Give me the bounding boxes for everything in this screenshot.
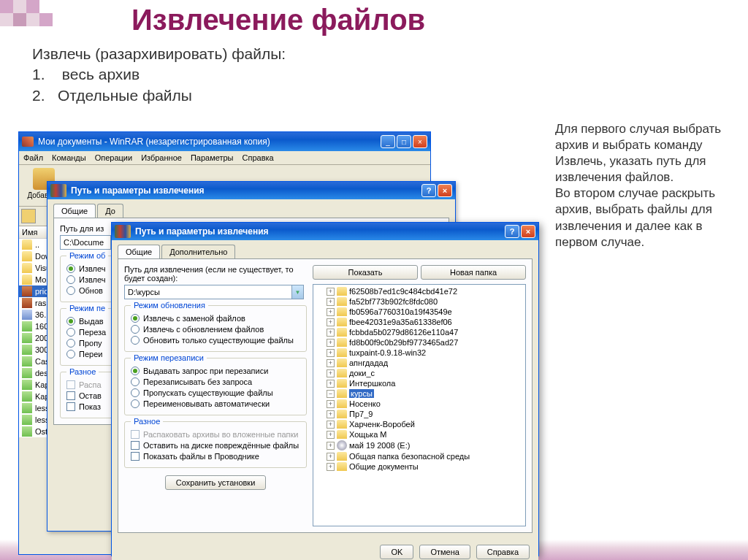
check-misc-1[interactable]: [131, 430, 140, 439]
tab-general[interactable]: Общие: [118, 245, 160, 258]
radio-ow-4[interactable]: [66, 350, 75, 358]
radio-ow-3[interactable]: [66, 339, 75, 348]
radio-ow-2[interactable]: [66, 328, 75, 337]
folder-icon: [337, 452, 347, 461]
expander-icon[interactable]: +: [327, 431, 335, 439]
radio-ow-1[interactable]: [66, 317, 75, 326]
menu-favorites[interactable]: Избранное: [141, 153, 182, 162]
tree-item[interactable]: +Носенко: [315, 399, 524, 409]
img-icon: [22, 391, 32, 402]
ok-button[interactable]: OK: [380, 545, 413, 559]
tree-item[interactable]: +fd8b00f9c0b29bf9773465ad27: [315, 337, 524, 348]
new-folder-button[interactable]: Новая папка: [421, 265, 526, 280]
expander-icon[interactable]: +: [327, 308, 335, 316]
tree-item[interactable]: +tuxpaint-0.9.18-win32: [315, 348, 524, 358]
explanation-text: Для первого случая выбрать архив и выбра…: [555, 121, 741, 250]
tab-advanced[interactable]: До: [97, 204, 123, 218]
tree-item[interactable]: +fbee42031e9a35a61338ef06: [315, 317, 524, 327]
help-button[interactable]: ?: [505, 225, 519, 238]
expander-icon[interactable]: +: [327, 380, 335, 388]
expander-icon[interactable]: +: [327, 410, 335, 418]
tree-label: апнгдадад: [349, 358, 388, 367]
tree-item[interactable]: +Пр7_9: [315, 409, 524, 419]
tree-item[interactable]: +Общие документы: [315, 461, 524, 472]
menu-operations[interactable]: Операции: [95, 153, 132, 162]
expander-icon[interactable]: +: [327, 453, 335, 461]
radio-ow-4[interactable]: [131, 399, 140, 408]
tree-item[interactable]: +доки_с: [315, 368, 524, 378]
close-button[interactable]: ×: [521, 225, 535, 238]
check-misc-2[interactable]: [131, 441, 140, 450]
tree-item[interactable]: +Интершкола: [315, 378, 524, 388]
radio-ow-3[interactable]: [131, 388, 140, 397]
slide-title: Извлечение файлов: [131, 4, 425, 37]
tree-label: Носенко: [349, 399, 381, 408]
tree-item[interactable]: +fa52bf773b902fc8fdc080: [315, 296, 524, 307]
winrar-titlebar[interactable]: Мои документы - WinRAR (незарегистрирова…: [19, 132, 430, 151]
expander-icon[interactable]: +: [327, 463, 335, 471]
img-icon: [22, 321, 32, 331]
expander-icon[interactable]: +: [327, 288, 335, 296]
maximize-button[interactable]: □: [397, 135, 411, 148]
menu-help[interactable]: Справка: [243, 153, 274, 162]
save-settings-button[interactable]: Сохранить установки: [165, 475, 267, 490]
close-button[interactable]: ×: [438, 184, 452, 197]
tree-item[interactable]: +Хощька М: [315, 429, 524, 440]
expander-icon[interactable]: +: [327, 442, 335, 450]
help-button[interactable]: Справка: [476, 545, 530, 559]
menu-commands[interactable]: Команды: [52, 153, 86, 162]
check-misc-3[interactable]: [66, 402, 75, 411]
menu-options[interactable]: Параметры: [191, 153, 234, 162]
radio-upd-1[interactable]: [131, 314, 140, 323]
radio-upd-3[interactable]: [66, 286, 75, 295]
expander-icon[interactable]: +: [327, 339, 335, 347]
tree-item[interactable]: +Харченк-Воробей: [315, 419, 524, 429]
dialog-titlebar[interactable]: Путь и параметры извлечения ? ×: [112, 223, 538, 240]
check-misc-2[interactable]: [66, 391, 75, 400]
folder-icon: [337, 287, 347, 296]
show-button[interactable]: Показать: [313, 265, 418, 280]
expander-icon[interactable]: −: [327, 390, 335, 398]
tree-item[interactable]: +май 19 2008 (E:): [315, 440, 524, 451]
up-button[interactable]: [21, 209, 36, 223]
path-dropdown[interactable]: ▼: [292, 285, 304, 299]
tree-item[interactable]: +апнгдадад: [315, 358, 524, 368]
expander-icon[interactable]: +: [327, 359, 335, 367]
radio-upd-2[interactable]: [131, 325, 140, 334]
radio-ow-1[interactable]: [131, 367, 140, 375]
path-input[interactable]: [60, 235, 111, 250]
expander-icon[interactable]: +: [327, 421, 335, 429]
img-icon: [22, 356, 32, 367]
expander-icon[interactable]: +: [327, 329, 335, 337]
tree-item[interactable]: −курсы: [315, 388, 524, 399]
expander-icon[interactable]: +: [327, 318, 335, 326]
tree-item[interactable]: +Общая папка безопасной среды: [315, 451, 524, 461]
radio-upd-2[interactable]: [66, 275, 75, 284]
radio-ow-2[interactable]: [131, 377, 140, 386]
check-misc-3[interactable]: [131, 452, 140, 461]
help-button[interactable]: ?: [421, 184, 436, 197]
expander-icon[interactable]: +: [327, 349, 335, 357]
minimize-button[interactable]: _: [381, 135, 395, 148]
tree-item[interactable]: +f62508b7ed1c9c484cbd41e72: [315, 286, 524, 296]
menu-file[interactable]: Файл: [23, 153, 43, 162]
check-misc-1[interactable]: [66, 380, 75, 389]
folder-tree[interactable]: +f62508b7ed1c9c484cbd41e72+fa52bf773b902…: [313, 284, 526, 526]
dialog-title: Путь и параметры извлечения: [71, 185, 205, 196]
folder-icon: [337, 420, 347, 429]
tab-advanced[interactable]: Дополнительно: [161, 245, 235, 258]
cancel-button[interactable]: Отмена: [419, 545, 470, 559]
radio-upd-3[interactable]: [131, 336, 140, 345]
expander-icon[interactable]: +: [327, 369, 335, 377]
expander-icon[interactable]: +: [327, 298, 335, 306]
path-input[interactable]: [124, 285, 292, 299]
close-button[interactable]: ×: [413, 135, 427, 148]
dialog-titlebar[interactable]: Путь и параметры извлечения ? ×: [47, 182, 455, 199]
expander-icon[interactable]: +: [327, 400, 335, 408]
tree-item[interactable]: +fb0596a7760310a19f43549e: [315, 307, 524, 317]
dialog-footer: OK Отмена Справка: [112, 539, 538, 560]
tab-general[interactable]: Общие: [53, 204, 96, 218]
tree-item[interactable]: +fcbbda5b0279d86126e110a47: [315, 327, 524, 337]
group-update: Режим обновления: [131, 301, 208, 310]
radio-upd-1[interactable]: [66, 264, 75, 273]
